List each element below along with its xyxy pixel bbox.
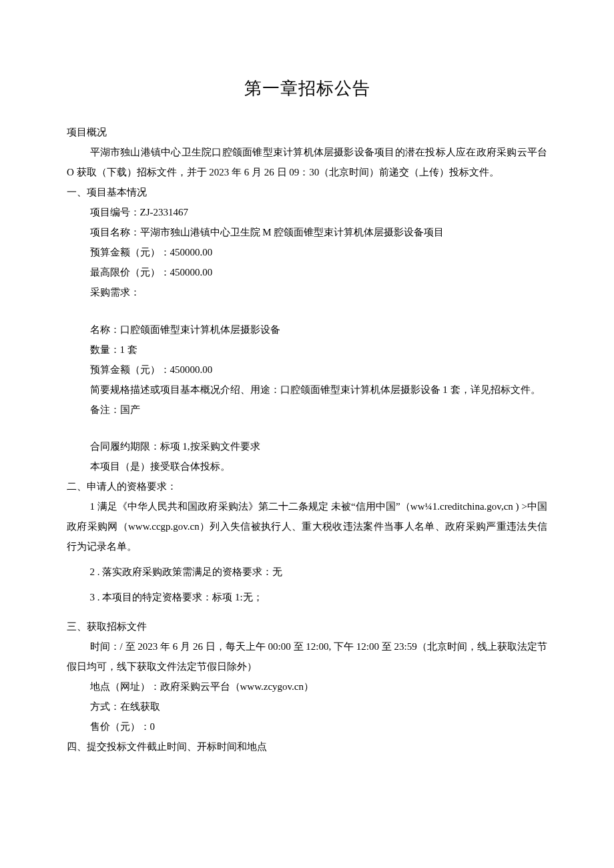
obtain-place: 地点（网址）：政府采购云平台（www.zcygov.cn）: [67, 677, 547, 697]
project-number: 项目编号：ZJ-2331467: [67, 202, 547, 222]
section-3-heading: 三、获取招标文件: [67, 616, 547, 636]
obtain-method: 方式：在线获取: [67, 697, 547, 717]
blank-line-2: [67, 420, 547, 437]
budget-amount: 预算金额（元）：450000.00: [67, 242, 547, 262]
qualification-2: 2 . 落实政府采购政策需满足的资格要求：无: [67, 562, 547, 582]
item-quantity: 数量：1 套: [67, 340, 547, 360]
document-page: 第一章招标公告 项目概况 平湖市独山港镇中心卫生院口腔颌面锥型束计算机体层摄影设…: [0, 0, 614, 797]
section-4-heading: 四、提交投标文件截止时间、开标时间和地点: [67, 737, 547, 757]
contract-term: 合同履约期限：标项 1,按采购文件要求: [67, 436, 547, 456]
ceiling-price: 最高限价（元）：450000.00: [67, 262, 547, 282]
section-1-heading: 一、项目基本情况: [67, 182, 547, 202]
item-brief: 简要规格描述或项目基本概况介绍、用途：口腔颌面锥型束计算机体层摄影设备 1 套，…: [67, 380, 547, 400]
item-budget: 预算金额（元）：450000.00: [67, 360, 547, 380]
joint-bid: 本项目（是）接受联合体投标。: [67, 456, 547, 476]
blank-line: [67, 302, 547, 320]
overview-paragraph: 平湖市独山港镇中心卫生院口腔颌面锥型束计算机体层摄影设备项目的潜在投标人应在政府…: [67, 142, 547, 182]
section-2-heading: 二、申请人的资格要求：: [67, 476, 547, 496]
chapter-title: 第一章招标公告: [67, 71, 547, 106]
qualification-3: 3 . 本项目的特定资格要求：标项 1:无；: [67, 587, 547, 607]
item-brief-text: 简要规格描述或项目基本概况介绍、用途：口腔颌面锥型束计算机体层摄影设备 1 套，…: [90, 384, 541, 395]
overview-heading: 项目概况: [67, 122, 547, 142]
obtain-time: 时间：/ 至 2023 年 6 月 26 日，每天上午 00:00 至 12:0…: [67, 636, 547, 677]
purchase-need-label: 采购需求：: [67, 282, 547, 302]
qualification-1: 1 满足《中华人民共和国政府采购法》第二十二条规定 未被“信用中国”（ww¼1.…: [67, 496, 547, 556]
obtain-price: 售价（元）：0: [67, 717, 547, 737]
project-name: 项目名称：平湖市独山港镇中心卫生院 M 腔颌面锥型束计算机体层摄影设备项目: [67, 222, 547, 242]
item-name: 名称：口腔颌面锥型束计算机体层摄影设备: [67, 320, 547, 340]
item-remark: 备注：国产: [67, 400, 547, 420]
